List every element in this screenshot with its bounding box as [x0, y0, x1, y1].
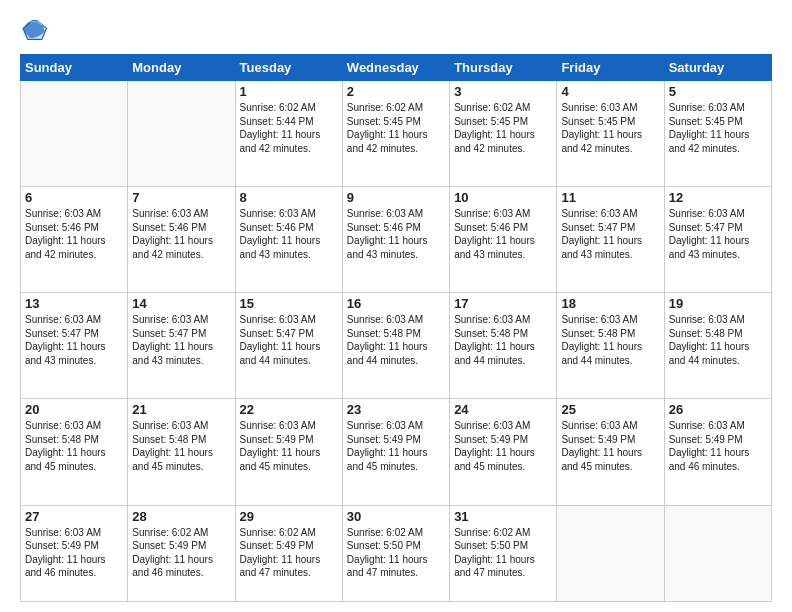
cell-info: Sunrise: 6:03 AM Sunset: 5:48 PM Dayligh… — [25, 419, 123, 473]
day-number: 9 — [347, 190, 445, 205]
cell-info: Sunrise: 6:03 AM Sunset: 5:49 PM Dayligh… — [347, 419, 445, 473]
calendar-cell: 15Sunrise: 6:03 AM Sunset: 5:47 PM Dayli… — [235, 293, 342, 399]
calendar-cell: 16Sunrise: 6:03 AM Sunset: 5:48 PM Dayli… — [342, 293, 449, 399]
calendar-cell: 28Sunrise: 6:02 AM Sunset: 5:49 PM Dayli… — [128, 505, 235, 602]
calendar-week-row: 6Sunrise: 6:03 AM Sunset: 5:46 PM Daylig… — [21, 187, 772, 293]
calendar-cell: 9Sunrise: 6:03 AM Sunset: 5:46 PM Daylig… — [342, 187, 449, 293]
cell-info: Sunrise: 6:03 AM Sunset: 5:47 PM Dayligh… — [561, 207, 659, 261]
calendar-day-header: Tuesday — [235, 55, 342, 81]
calendar-cell — [21, 81, 128, 187]
calendar-cell: 3Sunrise: 6:02 AM Sunset: 5:45 PM Daylig… — [450, 81, 557, 187]
cell-info: Sunrise: 6:03 AM Sunset: 5:48 PM Dayligh… — [132, 419, 230, 473]
day-number: 20 — [25, 402, 123, 417]
day-number: 31 — [454, 509, 552, 524]
cell-info: Sunrise: 6:03 AM Sunset: 5:46 PM Dayligh… — [240, 207, 338, 261]
day-number: 23 — [347, 402, 445, 417]
day-number: 6 — [25, 190, 123, 205]
calendar-week-row: 1Sunrise: 6:02 AM Sunset: 5:44 PM Daylig… — [21, 81, 772, 187]
header — [20, 16, 772, 44]
calendar-cell: 21Sunrise: 6:03 AM Sunset: 5:48 PM Dayli… — [128, 399, 235, 505]
logo — [20, 16, 52, 44]
calendar-day-header: Monday — [128, 55, 235, 81]
calendar-week-row: 27Sunrise: 6:03 AM Sunset: 5:49 PM Dayli… — [21, 505, 772, 602]
calendar-cell: 30Sunrise: 6:02 AM Sunset: 5:50 PM Dayli… — [342, 505, 449, 602]
day-number: 4 — [561, 84, 659, 99]
day-number: 18 — [561, 296, 659, 311]
day-number: 17 — [454, 296, 552, 311]
calendar-cell: 1Sunrise: 6:02 AM Sunset: 5:44 PM Daylig… — [235, 81, 342, 187]
cell-info: Sunrise: 6:03 AM Sunset: 5:47 PM Dayligh… — [669, 207, 767, 261]
calendar-cell: 31Sunrise: 6:02 AM Sunset: 5:50 PM Dayli… — [450, 505, 557, 602]
cell-info: Sunrise: 6:03 AM Sunset: 5:47 PM Dayligh… — [132, 313, 230, 367]
cell-info: Sunrise: 6:03 AM Sunset: 5:45 PM Dayligh… — [561, 101, 659, 155]
cell-info: Sunrise: 6:03 AM Sunset: 5:47 PM Dayligh… — [240, 313, 338, 367]
cell-info: Sunrise: 6:03 AM Sunset: 5:48 PM Dayligh… — [454, 313, 552, 367]
calendar-week-row: 13Sunrise: 6:03 AM Sunset: 5:47 PM Dayli… — [21, 293, 772, 399]
calendar-cell — [128, 81, 235, 187]
calendar-cell: 18Sunrise: 6:03 AM Sunset: 5:48 PM Dayli… — [557, 293, 664, 399]
day-number: 3 — [454, 84, 552, 99]
cell-info: Sunrise: 6:02 AM Sunset: 5:50 PM Dayligh… — [454, 526, 552, 580]
cell-info: Sunrise: 6:03 AM Sunset: 5:49 PM Dayligh… — [669, 419, 767, 473]
cell-info: Sunrise: 6:03 AM Sunset: 5:46 PM Dayligh… — [347, 207, 445, 261]
calendar-cell — [557, 505, 664, 602]
cell-info: Sunrise: 6:03 AM Sunset: 5:49 PM Dayligh… — [561, 419, 659, 473]
calendar-week-row: 20Sunrise: 6:03 AM Sunset: 5:48 PM Dayli… — [21, 399, 772, 505]
day-number: 16 — [347, 296, 445, 311]
day-number: 5 — [669, 84, 767, 99]
day-number: 30 — [347, 509, 445, 524]
cell-info: Sunrise: 6:03 AM Sunset: 5:47 PM Dayligh… — [25, 313, 123, 367]
day-number: 10 — [454, 190, 552, 205]
day-number: 19 — [669, 296, 767, 311]
cell-info: Sunrise: 6:03 AM Sunset: 5:49 PM Dayligh… — [454, 419, 552, 473]
calendar-cell: 14Sunrise: 6:03 AM Sunset: 5:47 PM Dayli… — [128, 293, 235, 399]
day-number: 22 — [240, 402, 338, 417]
cell-info: Sunrise: 6:02 AM Sunset: 5:45 PM Dayligh… — [347, 101, 445, 155]
calendar-table: SundayMondayTuesdayWednesdayThursdayFrid… — [20, 54, 772, 602]
day-number: 29 — [240, 509, 338, 524]
cell-info: Sunrise: 6:03 AM Sunset: 5:48 PM Dayligh… — [561, 313, 659, 367]
cell-info: Sunrise: 6:03 AM Sunset: 5:48 PM Dayligh… — [347, 313, 445, 367]
calendar-cell: 17Sunrise: 6:03 AM Sunset: 5:48 PM Dayli… — [450, 293, 557, 399]
cell-info: Sunrise: 6:02 AM Sunset: 5:45 PM Dayligh… — [454, 101, 552, 155]
calendar-cell — [664, 505, 771, 602]
calendar-cell: 5Sunrise: 6:03 AM Sunset: 5:45 PM Daylig… — [664, 81, 771, 187]
day-number: 8 — [240, 190, 338, 205]
calendar-cell: 19Sunrise: 6:03 AM Sunset: 5:48 PM Dayli… — [664, 293, 771, 399]
calendar-cell: 22Sunrise: 6:03 AM Sunset: 5:49 PM Dayli… — [235, 399, 342, 505]
day-number: 12 — [669, 190, 767, 205]
cell-info: Sunrise: 6:02 AM Sunset: 5:49 PM Dayligh… — [240, 526, 338, 580]
day-number: 11 — [561, 190, 659, 205]
calendar-cell: 6Sunrise: 6:03 AM Sunset: 5:46 PM Daylig… — [21, 187, 128, 293]
cell-info: Sunrise: 6:02 AM Sunset: 5:44 PM Dayligh… — [240, 101, 338, 155]
cell-info: Sunrise: 6:02 AM Sunset: 5:49 PM Dayligh… — [132, 526, 230, 580]
day-number: 28 — [132, 509, 230, 524]
logo-icon — [20, 16, 48, 44]
cell-info: Sunrise: 6:03 AM Sunset: 5:49 PM Dayligh… — [25, 526, 123, 580]
day-number: 13 — [25, 296, 123, 311]
cell-info: Sunrise: 6:03 AM Sunset: 5:48 PM Dayligh… — [669, 313, 767, 367]
calendar-day-header: Friday — [557, 55, 664, 81]
calendar-cell: 8Sunrise: 6:03 AM Sunset: 5:46 PM Daylig… — [235, 187, 342, 293]
calendar-cell: 12Sunrise: 6:03 AM Sunset: 5:47 PM Dayli… — [664, 187, 771, 293]
calendar-cell: 26Sunrise: 6:03 AM Sunset: 5:49 PM Dayli… — [664, 399, 771, 505]
cell-info: Sunrise: 6:03 AM Sunset: 5:49 PM Dayligh… — [240, 419, 338, 473]
calendar-cell: 24Sunrise: 6:03 AM Sunset: 5:49 PM Dayli… — [450, 399, 557, 505]
calendar-cell: 29Sunrise: 6:02 AM Sunset: 5:49 PM Dayli… — [235, 505, 342, 602]
calendar-day-header: Sunday — [21, 55, 128, 81]
cell-info: Sunrise: 6:03 AM Sunset: 5:46 PM Dayligh… — [25, 207, 123, 261]
calendar-cell: 20Sunrise: 6:03 AM Sunset: 5:48 PM Dayli… — [21, 399, 128, 505]
calendar-cell: 4Sunrise: 6:03 AM Sunset: 5:45 PM Daylig… — [557, 81, 664, 187]
calendar-day-header: Wednesday — [342, 55, 449, 81]
day-number: 26 — [669, 402, 767, 417]
day-number: 14 — [132, 296, 230, 311]
calendar-cell: 11Sunrise: 6:03 AM Sunset: 5:47 PM Dayli… — [557, 187, 664, 293]
calendar-cell: 25Sunrise: 6:03 AM Sunset: 5:49 PM Dayli… — [557, 399, 664, 505]
day-number: 7 — [132, 190, 230, 205]
calendar-cell: 10Sunrise: 6:03 AM Sunset: 5:46 PM Dayli… — [450, 187, 557, 293]
day-number: 25 — [561, 402, 659, 417]
calendar-cell: 2Sunrise: 6:02 AM Sunset: 5:45 PM Daylig… — [342, 81, 449, 187]
calendar-cell: 7Sunrise: 6:03 AM Sunset: 5:46 PM Daylig… — [128, 187, 235, 293]
calendar-cell: 23Sunrise: 6:03 AM Sunset: 5:49 PM Dayli… — [342, 399, 449, 505]
calendar-cell: 13Sunrise: 6:03 AM Sunset: 5:47 PM Dayli… — [21, 293, 128, 399]
